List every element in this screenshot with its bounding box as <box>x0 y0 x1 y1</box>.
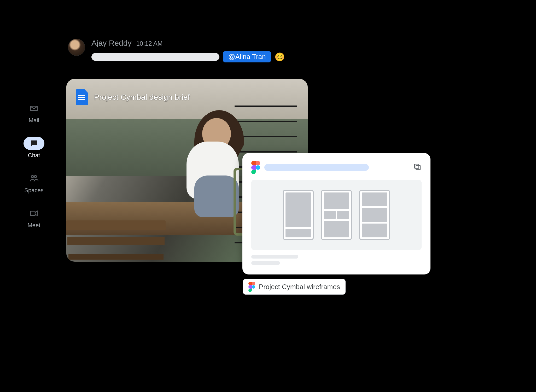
message-timestamp: 10:12 AM <box>136 40 162 47</box>
google-docs-icon <box>76 89 88 105</box>
nav-item-meet[interactable]: Meet <box>24 207 44 229</box>
wireframe-screen <box>283 190 314 240</box>
spaces-icon <box>24 172 44 185</box>
figma-icon <box>248 282 255 292</box>
wireframe-screen <box>359 190 390 240</box>
doc-title: Project Cymbal design brief <box>94 93 190 102</box>
nav-label-spaces: Spaces <box>24 187 43 194</box>
nav-label-chat: Chat <box>28 152 40 159</box>
figma-title-placeholder <box>264 164 369 171</box>
svg-rect-0 <box>416 166 420 170</box>
wireframe-screen <box>321 190 352 240</box>
chat-message: Ajay Reddy 10:12 AM @Alina Tran 😊 <box>68 39 285 62</box>
figma-preview-card[interactable] <box>242 153 430 274</box>
svg-rect-1 <box>415 164 419 168</box>
copy-icon[interactable] <box>413 163 422 172</box>
meet-icon <box>24 207 44 220</box>
chat-icon <box>24 137 44 150</box>
figma-attachment-chip[interactable]: Project Cymbal wireframes <box>243 279 346 295</box>
sender-name: Ajay Reddy <box>91 39 131 48</box>
figma-chip-label: Project Cymbal wireframes <box>259 283 340 291</box>
avatar[interactable] <box>68 39 85 56</box>
figma-icon <box>251 161 260 174</box>
nav-item-chat[interactable]: Chat <box>24 137 44 159</box>
figma-meta-placeholder <box>251 255 422 265</box>
mail-icon <box>24 102 44 115</box>
nav-item-mail[interactable]: Mail <box>24 102 44 124</box>
nav-rail: Mail Chat Spaces Meet <box>24 102 44 229</box>
nav-item-spaces[interactable]: Spaces <box>24 172 44 194</box>
message-text-placeholder <box>91 53 219 61</box>
reaction-emoji: 😊 <box>275 52 285 62</box>
nav-label-meet: Meet <box>28 222 40 229</box>
mention-chip[interactable]: @Alina Tran <box>223 51 271 62</box>
figma-wireframe-canvas <box>251 180 422 250</box>
nav-label-mail: Mail <box>29 117 39 124</box>
